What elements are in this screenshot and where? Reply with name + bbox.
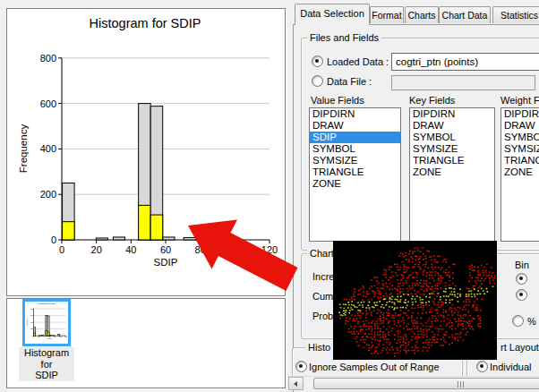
ignore-samples-radio[interactable]: [295, 361, 307, 372]
svg-text:0: 0: [51, 234, 56, 245]
loaded-data-label: Loaded Data :: [327, 56, 389, 67]
value-fields-list[interactable]: DIPDIRNDRAWSDIPSYMBOLSYMSIZETRIANGLEZONE: [309, 107, 401, 242]
list-item-dipdirn[interactable]: DIPDIRN: [310, 108, 400, 120]
thumbnail-label[interactable]: Histogram for SDIP: [19, 347, 74, 381]
list-item-draw[interactable]: DRAW: [310, 120, 400, 132]
list-item-symsize[interactable]: SYMSIZE: [410, 143, 494, 155]
scrollbar-thumb[interactable]: [313, 378, 539, 389]
svg-text:SDIP: SDIP: [154, 257, 178, 268]
point-cloud-map: [333, 241, 497, 360]
tab-data-selection[interactable]: Data Selection: [295, 4, 370, 25]
svg-text:200: 200: [40, 189, 56, 200]
bin-radio-row2[interactable]: [516, 289, 527, 301]
svg-text:0: 0: [32, 335, 33, 337]
svg-text:Frequency: Frequency: [18, 124, 29, 174]
list-item-draw[interactable]: DRAW: [501, 120, 539, 132]
list-item-symbol[interactable]: SYMBOL: [501, 132, 539, 143]
histogram-tool-window: 0200400600800020406080100120Histogram fo…: [0, 0, 539, 392]
data-file-label: Data File :: [327, 76, 372, 87]
chart-thumbnail-mini-chart: 0200400600800020406080100120Histogram fo…: [25, 302, 68, 344]
list-item-zone[interactable]: ZONE: [501, 166, 539, 178]
thumbnail-label-line1: Histogram for: [19, 347, 74, 370]
key-fields-label: Key Fields: [409, 95, 455, 106]
svg-text:400: 400: [40, 143, 56, 154]
loaded-data-radio[interactable]: [312, 55, 323, 67]
individual-label: Individual: [490, 362, 531, 372]
bin-radio-row1[interactable]: [516, 273, 527, 285]
svg-text:Histogram for SDIP: Histogram for SDIP: [38, 303, 56, 304]
svg-text:200: 200: [30, 328, 33, 329]
svg-text:80: 80: [55, 336, 56, 337]
bin-column-label: Bin: [515, 260, 529, 270]
list-item-dipdirn[interactable]: DIPDIRN: [410, 108, 494, 120]
value-fields-label: Value Fields: [311, 95, 364, 106]
loaded-data-field[interactable]: cogtri_ptn (points): [391, 53, 539, 71]
list-item-symbol[interactable]: SYMBOL: [310, 143, 400, 155]
list-item-sdip[interactable]: SDIP: [310, 132, 400, 143]
svg-text:600: 600: [40, 98, 56, 109]
list-item-triangle[interactable]: TRIANGLE: [410, 155, 494, 166]
svg-text:Frequency: Frequency: [26, 319, 28, 326]
key-fields-list[interactable]: DIPDIRNDRAWSYMBOLSYMSIZETRIANGLEZONE: [409, 107, 495, 242]
svg-text:60: 60: [49, 336, 51, 337]
svg-text:100: 100: [59, 336, 62, 337]
svg-text:800: 800: [40, 53, 56, 64]
chart-layout-group-label: rt Layout: [498, 342, 539, 353]
individual-radio[interactable]: [476, 361, 488, 372]
svg-text:60: 60: [160, 244, 171, 255]
files-and-fields-group-label: Files and Fields: [307, 32, 381, 43]
chart-panel: 0200400600800020406080100120Histogram fo…: [6, 8, 286, 296]
list-item-triangle[interactable]: TRIANGLE: [310, 166, 400, 178]
percent-radio[interactable]: [512, 315, 524, 327]
thumbnail-label-line2: SDIP: [19, 370, 74, 381]
svg-text:40: 40: [44, 336, 46, 337]
svg-text:0: 0: [59, 244, 64, 255]
list-item-triangle[interactable]: TRIANGLE: [501, 155, 539, 166]
svg-text:600: 600: [30, 314, 33, 316]
tab-chart-data[interactable]: Chart Data: [439, 6, 491, 23]
svg-text:120: 120: [64, 336, 67, 337]
svg-text:Histogram for SDIP: Histogram for SDIP: [90, 16, 201, 30]
weight-fields-label: Weight Fields: [500, 95, 539, 106]
svg-text:120: 120: [261, 244, 278, 255]
svg-text:40: 40: [125, 244, 136, 255]
svg-text:400: 400: [30, 321, 33, 323]
point-cloud-overlay: [333, 241, 497, 360]
list-item-zone[interactable]: ZONE: [410, 166, 494, 178]
svg-text:800: 800: [30, 308, 33, 310]
chart-options-group-label: Chart: [307, 248, 337, 259]
tab-statistics[interactable]: Statistics: [492, 6, 539, 23]
list-item-dipdirn[interactable]: DIPDIRN: [501, 108, 539, 120]
list-item-symsize[interactable]: SYMSIZE: [310, 155, 400, 166]
list-item-draw[interactable]: DRAW: [410, 120, 494, 132]
data-file-radio[interactable]: [312, 75, 323, 87]
svg-text:80: 80: [195, 244, 206, 255]
ignore-samples-label: Ignore Samples Out of Range: [309, 362, 440, 372]
weight-fields-list[interactable]: DIPDIRNDRAWSYMBOLSYMSIZETRIANGLEZONE: [500, 107, 539, 242]
scrollbar-grip-icon: [458, 381, 466, 388]
thumbnail-strip-panel: 0200400600800020406080100120Histogram fo…: [6, 298, 286, 388]
list-item-symsize[interactable]: SYMSIZE: [501, 143, 539, 155]
list-item-symbol[interactable]: SYMBOL: [410, 132, 494, 143]
list-item-zone[interactable]: ZONE: [310, 178, 400, 190]
svg-text:20: 20: [38, 336, 40, 337]
scroll-left-button[interactable]: [288, 377, 304, 390]
tab-format[interactable]: Format: [370, 6, 404, 23]
horizontal-scrollbar[interactable]: [288, 376, 539, 390]
svg-text:SDIP: SDIP: [48, 337, 53, 339]
svg-text:0: 0: [33, 336, 34, 337]
histogram-range-group-label: Histo: [305, 342, 333, 353]
svg-text:100: 100: [227, 244, 243, 255]
tab-charts[interactable]: Charts: [405, 6, 439, 23]
percent-label: %: [527, 316, 536, 327]
data-file-field[interactable]: [391, 75, 535, 90]
chart-thumbnail[interactable]: 0200400600800020406080100120Histogram fo…: [22, 299, 71, 346]
histogram-chart: 0200400600800020406080100120Histogram fo…: [7, 9, 283, 294]
svg-text:20: 20: [91, 244, 102, 255]
